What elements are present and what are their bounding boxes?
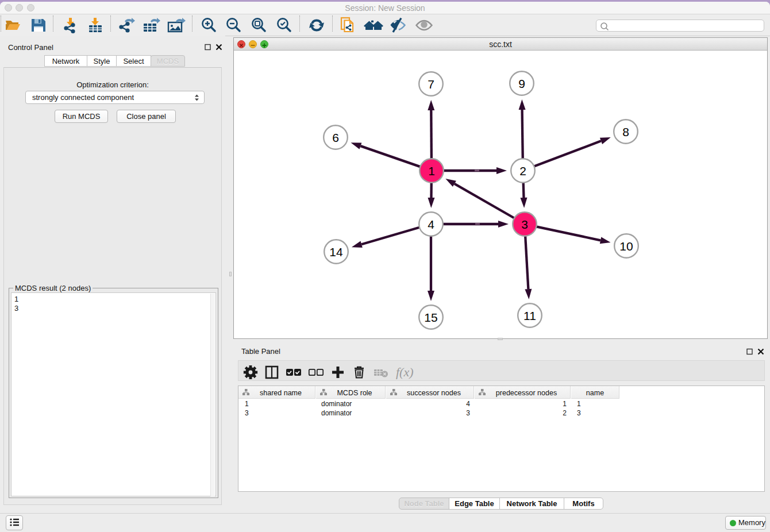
- svg-text:2: 2: [519, 164, 526, 178]
- svg-text:10: 10: [619, 240, 633, 253]
- svg-text:15: 15: [424, 311, 437, 324]
- svg-text:8: 8: [622, 125, 629, 138]
- svg-text:1: 1: [428, 164, 435, 178]
- svg-text:9: 9: [518, 77, 525, 90]
- svg-text:7: 7: [428, 78, 434, 91]
- svg-text:11: 11: [523, 309, 536, 322]
- svg-text:4: 4: [428, 218, 434, 231]
- svg-text:6: 6: [332, 131, 339, 144]
- svg-text:14: 14: [329, 245, 343, 259]
- svg-text:3: 3: [521, 218, 528, 231]
